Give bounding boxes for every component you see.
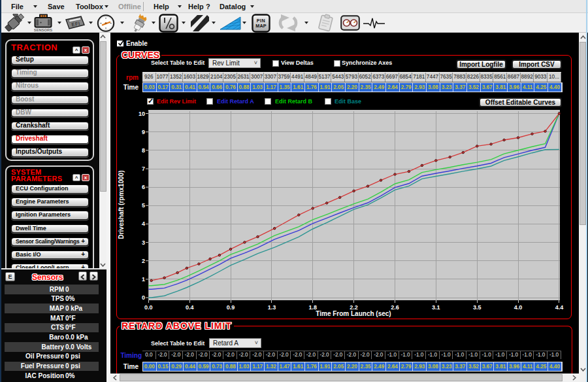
svg-text:4: 4	[142, 220, 145, 227]
svg-text:3.5: 3.5	[473, 304, 482, 311]
svg-text:1.3: 1.3	[268, 304, 276, 311]
svg-text:3: 3	[142, 239, 145, 246]
svg-text:5: 5	[142, 202, 145, 209]
svg-text:8: 8	[142, 147, 145, 154]
svg-text:2: 2	[142, 258, 145, 264]
svg-text:2.6: 2.6	[391, 304, 399, 311]
svg-text:Driveshaft (rpmx1000): Driveshaft (rpmx1000)	[118, 170, 125, 239]
svg-text:4.0: 4.0	[514, 304, 523, 311]
svg-text:0.4: 0.4	[186, 304, 194, 311]
svg-text:MAP: MAP	[255, 23, 267, 29]
svg-text:6: 6	[142, 184, 145, 190]
svg-text:4.4: 4.4	[555, 304, 564, 311]
svg-text:0.9: 0.9	[227, 304, 235, 311]
svg-text:7: 7	[142, 165, 145, 172]
svg-text:1: 1	[142, 276, 145, 283]
svg-text:10: 10	[139, 111, 145, 117]
svg-text:0.0: 0.0	[144, 304, 153, 311]
svg-text:9: 9	[142, 129, 145, 135]
svg-text:3.1: 3.1	[432, 304, 440, 311]
svg-text:Time From Launch (sec): Time From Launch (sec)	[316, 310, 391, 317]
svg-text:0: 0	[142, 294, 145, 301]
svg-text:SENSORS: SENSORS	[34, 28, 52, 32]
